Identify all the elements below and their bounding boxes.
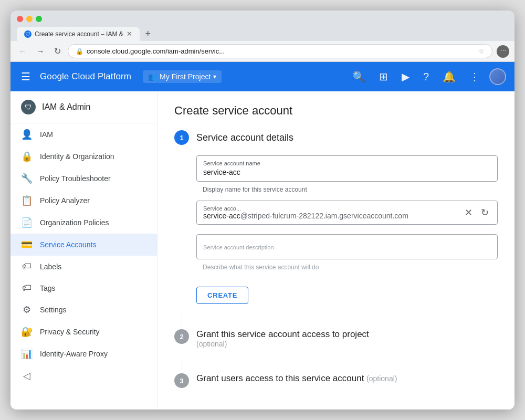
policy-analyzer-icon: 📋 (21, 195, 33, 206)
browser-tab[interactable]: 🛡 Create service account – IAM & ✕ (17, 27, 140, 41)
step-1-body: Service account name Display name for th… (174, 155, 498, 304)
top-navigation: ☰ Google Cloud Platform 👥 My First Proje… (10, 62, 514, 91)
iam-admin-icon: 🛡 (21, 100, 36, 114)
sidebar-item-identity-aware-proxy-label: Identity-Aware Proxy (40, 350, 108, 358)
url-text: console.cloud.google.com/iam-admin/servi… (87, 47, 475, 55)
sidebar-item-iam[interactable]: 👤 IAM (10, 123, 157, 145)
service-account-name-field[interactable]: Service account name (196, 155, 498, 182)
sidebar-item-settings[interactable]: ⚙ Settings (10, 299, 157, 321)
desc-hint: Describe what this service account will … (196, 264, 498, 271)
refresh-email-button[interactable]: ↻ (479, 206, 491, 219)
bell-icon[interactable]: 🔔 (438, 68, 460, 85)
step-2-circle: 2 (174, 329, 189, 344)
labels-icon: 🏷 (21, 261, 33, 272)
desc-placeholder: Service account description (203, 244, 274, 250)
service-account-email-field: Service acco... service-acc @striped-ful… (196, 201, 498, 225)
page-title: Create service account (174, 104, 498, 118)
sidebar-item-identity-aware-proxy[interactable]: 📊 Identity-Aware Proxy (10, 343, 157, 365)
sidebar-item-org-policies[interactable]: 📄 Organization Policies (10, 212, 157, 234)
name-hint: Display name for this service account (196, 186, 498, 193)
sidebar-item-labels[interactable]: 🏷 Labels (10, 256, 157, 277)
step-1-header: 1 Service account details (174, 130, 498, 145)
apps-icon[interactable]: ⊞ (375, 68, 392, 85)
sidebar-item-collapse[interactable]: ◁ (10, 365, 157, 387)
sidebar-header: 🛡 IAM & Admin (10, 91, 157, 123)
sidebar-item-service-accounts[interactable]: 💳 Service Accounts (10, 234, 157, 256)
new-tab-button[interactable]: + (141, 26, 155, 41)
step-2-header: 2 Grant this service account access to p… (174, 329, 498, 348)
step-3-title: Grant users access to this service accou… (196, 373, 397, 384)
hamburger-menu-button[interactable]: ☰ (19, 68, 33, 85)
iam-icon: 👤 (21, 129, 33, 140)
step-divider-2 (182, 359, 182, 371)
step-1-title: Service account details (196, 132, 293, 143)
window-maximize-dot[interactable] (36, 16, 42, 22)
service-account-name-input[interactable] (203, 168, 491, 176)
sidebar-item-labels-label: Labels (40, 262, 61, 271)
sidebar-item-service-accounts-label: Service Accounts (40, 240, 96, 249)
identity-aware-proxy-icon: 📊 (21, 348, 33, 360)
sidebar-header-title: IAM & Admin (42, 102, 90, 112)
service-account-email-group: Service acco... service-acc @striped-ful… (196, 201, 498, 225)
step-3-text: Grant users access to this service accou… (196, 373, 397, 384)
project-selector[interactable]: 👥 My First Project ▾ (143, 70, 222, 83)
forward-button[interactable]: → (34, 46, 47, 57)
clear-email-button[interactable]: ✕ (463, 206, 475, 219)
privacy-security-icon: 🔐 (21, 326, 33, 338)
step-2-text: Grant this service account access to pro… (196, 329, 369, 348)
service-account-desc-field[interactable]: Service account description (196, 234, 498, 259)
sidebar-item-policy-analyzer-label: Policy Analyzer (40, 196, 90, 205)
step-2-optional: (optional) (196, 340, 369, 348)
sidebar-item-privacy-security-label: Privacy & Security (40, 328, 100, 336)
step-3-circle: 3 (174, 373, 189, 388)
sidebar: 🛡 IAM & Admin 👤 IAM 🔒 Identity & Organiz… (10, 91, 158, 410)
create-button[interactable]: CREATE (196, 287, 248, 304)
step-2-section: 2 Grant this service account access to p… (174, 329, 498, 348)
sidebar-item-policy-troubleshooter-label: Policy Troubleshooter (40, 174, 111, 183)
sidebar-item-identity-org[interactable]: 🔒 Identity & Organization (10, 145, 157, 167)
step-1-section: 1 Service account details Service accoun… (174, 130, 498, 304)
step-3-section: 3 Grant users access to this service acc… (174, 373, 498, 388)
step-divider-1 (182, 314, 182, 327)
project-icon: 👥 (148, 72, 157, 81)
sidebar-item-policy-analyzer[interactable]: 📋 Policy Analyzer (10, 190, 157, 212)
tab-close-button[interactable]: ✕ (127, 30, 132, 38)
sidebar-item-settings-label: Settings (40, 306, 67, 314)
email-prefix: service-acc (203, 212, 240, 220)
search-icon[interactable]: 🔍 (348, 68, 370, 85)
lock-icon: 🔒 (76, 48, 83, 55)
service-accounts-icon: 💳 (21, 239, 33, 250)
policy-troubleshooter-icon: 🔧 (21, 173, 33, 184)
chevron-down-icon: ▾ (213, 73, 216, 80)
avatar[interactable] (489, 68, 506, 85)
help-icon[interactable]: ? (419, 69, 433, 85)
identity-org-icon: 🔒 (21, 151, 33, 162)
sidebar-item-org-policies-label: Organization Policies (40, 218, 109, 227)
settings-icon: ⚙ (21, 304, 33, 316)
refresh-button[interactable]: ↻ (51, 45, 64, 57)
step-2-title: Grant this service account access to pro… (196, 329, 369, 340)
tab-title: Create service account – IAM & (35, 30, 123, 38)
window-close-dot[interactable] (17, 16, 23, 22)
window-minimize-dot[interactable] (26, 16, 33, 22)
sidebar-item-identity-org-label: Identity & Organization (40, 152, 114, 161)
extension-icon[interactable]: ⋯ (497, 45, 509, 58)
back-button[interactable]: ← (16, 46, 29, 57)
org-policies-icon: 📄 (21, 217, 33, 228)
more-icon[interactable]: ⋮ (465, 68, 484, 85)
sidebar-item-privacy-security[interactable]: 🔐 Privacy & Security (10, 321, 157, 343)
sidebar-item-tags-label: Tags (40, 284, 56, 292)
main-content: Create service account 1 Service account… (158, 91, 514, 410)
terminal-icon[interactable]: ▶ (397, 68, 414, 85)
collapse-icon: ◁ (21, 370, 33, 382)
sidebar-item-tags[interactable]: 🏷 Tags (10, 277, 157, 299)
step-3-optional: (optional) (366, 374, 397, 383)
name-label: Service account name (203, 160, 491, 166)
sidebar-item-policy-troubleshooter[interactable]: 🔧 Policy Troubleshooter (10, 167, 157, 190)
step-1-circle: 1 (174, 130, 189, 145)
address-bar[interactable]: 🔒 console.cloud.google.com/iam-admin/ser… (68, 44, 492, 58)
service-account-desc-group: Service account description Describe wha… (196, 234, 498, 271)
project-name: My First Project (160, 72, 211, 81)
step-3-header: 3 Grant users access to this service acc… (174, 373, 498, 388)
tags-icon: 🏷 (21, 282, 33, 293)
